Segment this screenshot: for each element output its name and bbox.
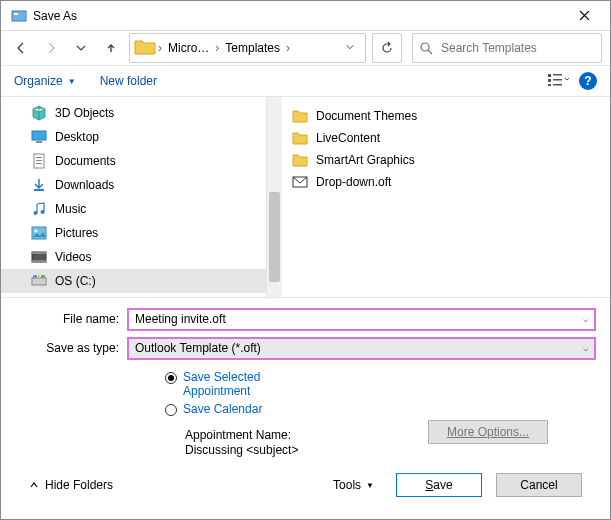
filename-label: File name: [15,312,127,326]
breadcrumb-seg-2[interactable]: Templates [221,41,284,55]
folder-icon [292,152,308,168]
search-icon [419,41,433,55]
tree-item-label: Documents [55,154,116,168]
svg-rect-18 [32,227,46,239]
organize-menu[interactable]: Organize ▼ [14,74,76,88]
filename-row: File name: Meeting invite.oft ⌵ [15,308,596,331]
chevron-right-icon: › [286,41,290,55]
recent-dropdown[interactable] [69,36,93,60]
scroll-thumb[interactable] [269,192,280,282]
radio-icon [165,372,177,384]
file-item[interactable]: Drop-down.oft [292,171,600,193]
app-icon [11,8,27,24]
svg-rect-26 [41,275,45,278]
svg-rect-7 [553,79,562,81]
mail-icon [292,174,308,190]
chevron-down-icon: ▼ [68,77,76,86]
svg-point-17 [41,210,45,214]
drive-icon [31,273,47,289]
search-input[interactable] [439,40,595,56]
radio-icon [165,404,177,416]
svg-point-19 [35,229,38,232]
radio-label: Save Calendar [183,402,262,416]
svg-rect-25 [38,275,40,278]
svg-rect-13 [36,160,42,161]
close-button[interactable] [562,1,606,31]
file-item[interactable]: Document Themes [292,105,600,127]
save-options: Save Selected Appointment Save Calendar [15,370,596,416]
tree-item[interactable]: Pictures [1,221,266,245]
folder-icon [134,38,156,59]
forward-button[interactable] [39,36,63,60]
tree-item[interactable]: 3D Objects [1,101,266,125]
file-item-label: Document Themes [316,109,417,123]
tree-item[interactable]: Music [1,197,266,221]
tree-item[interactable]: Videos [1,245,266,269]
footer: Hide Folders Tools ▼ Save Cancel [15,465,596,509]
save-button[interactable]: Save [396,473,482,497]
file-item-label: SmartArt Graphics [316,153,415,167]
savetype-field[interactable]: Outlook Template (*.oft) ⌵ [127,337,596,360]
tree-item[interactable]: Documents [1,149,266,173]
file-item-label: Drop-down.oft [316,175,391,189]
save-label: Save [425,478,452,492]
new-folder-button[interactable]: New folder [100,74,157,88]
breadcrumb-seg-1[interactable]: Micro… [164,41,213,55]
appt-name-value: Discussing <subject> [185,443,596,459]
radio-selected-appointment[interactable]: Save Selected Appointment [165,370,596,398]
picture-icon [31,225,47,241]
help-button[interactable]: ? [579,72,597,90]
music-icon [31,201,47,217]
search-box[interactable] [412,33,602,63]
tree-item-label: Desktop [55,130,99,144]
filename-field[interactable]: Meeting invite.oft ⌵ [127,308,596,331]
file-item[interactable]: SmartArt Graphics [292,149,600,171]
svg-rect-10 [36,141,42,143]
doc-icon [31,153,47,169]
tree-item-label: Downloads [55,178,114,192]
tree-item-label: OS (C:) [55,274,96,288]
breadcrumb-dropdown[interactable] [339,41,361,55]
svg-rect-4 [548,79,551,82]
file-list[interactable]: Document ThemesLiveContentSmartArt Graph… [282,97,610,297]
tree-item[interactable]: OS (C:) [1,269,266,293]
tree-item[interactable]: Downloads [1,173,266,197]
svg-rect-0 [12,11,26,21]
savetype-row: Save as type: Outlook Template (*.oft) ⌵ [15,337,596,360]
back-button[interactable] [9,36,33,60]
chevron-down-icon[interactable]: ⌵ [583,314,588,324]
hide-folders-label: Hide Folders [45,478,113,492]
svg-rect-15 [34,189,44,191]
tree-item[interactable]: Desktop [1,125,266,149]
file-item[interactable]: LiveContent [292,127,600,149]
hide-folders-button[interactable]: Hide Folders [29,478,113,492]
svg-rect-14 [36,163,42,164]
tree-item-label: Music [55,202,86,216]
chevron-right-icon: › [215,41,219,55]
svg-rect-21 [32,252,46,254]
savetype-label: Save as type: [15,341,127,355]
chevron-down-icon[interactable]: ⌵ [583,343,588,353]
file-item-label: LiveContent [316,131,380,145]
svg-rect-9 [32,131,46,140]
svg-rect-12 [36,157,42,158]
organize-label: Organize [14,74,63,88]
filename-value: Meeting invite.oft [135,312,226,326]
svg-point-16 [34,211,38,215]
folder-tree[interactable]: 3D ObjectsDesktopDocumentsDownloadsMusic… [1,97,266,297]
cube-icon [31,105,47,121]
up-button[interactable] [99,36,123,60]
desktop-icon [31,129,47,145]
radio-save-calendar[interactable]: Save Calendar [165,402,596,416]
cancel-button[interactable]: Cancel [496,473,582,497]
refresh-button[interactable] [372,33,402,63]
tools-menu[interactable]: Tools ▼ [333,478,374,492]
tree-scrollbar[interactable] [266,97,282,297]
breadcrumb[interactable]: › Micro… › Templates › [129,33,366,63]
savetype-value: Outlook Template (*.oft) [135,341,261,355]
svg-point-2 [421,43,429,51]
tree-item-label: 3D Objects [55,106,114,120]
more-options-button[interactable]: More Options... [428,420,548,444]
folder-icon [292,108,308,124]
view-mode-button[interactable] [547,72,569,91]
